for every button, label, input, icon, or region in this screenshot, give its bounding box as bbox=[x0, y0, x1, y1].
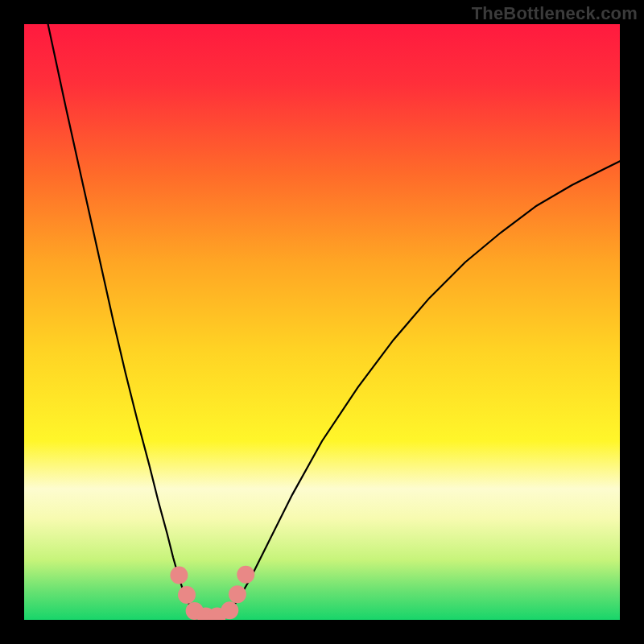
marker-point bbox=[229, 585, 246, 603]
marker-point bbox=[237, 566, 254, 584]
marker-point bbox=[221, 601, 238, 619]
bottleneck-chart bbox=[24, 24, 620, 620]
marker-point bbox=[178, 586, 196, 604]
frame: TheBottleneck.com bbox=[0, 0, 644, 644]
marker-point bbox=[170, 567, 188, 584]
watermark: TheBottleneck.com bbox=[472, 3, 638, 24]
